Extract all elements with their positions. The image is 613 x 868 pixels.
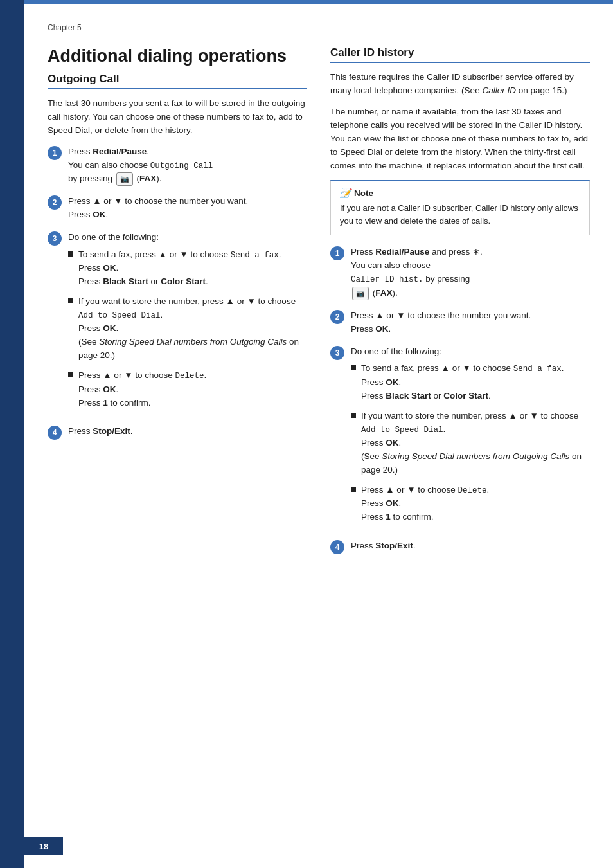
mono-text: Add to Speed Dial <box>78 311 161 320</box>
step-item: 3 Do one of the following: To send a fax… <box>330 345 590 530</box>
bullet-content: To send a fax, press ▲ or ▼ to choose Se… <box>78 248 307 289</box>
bullet-square <box>351 365 356 370</box>
step-list-left: 1 Press Redial/Pause. You can also choos… <box>48 145 307 440</box>
bullet-list: To send a fax, press ▲ or ▼ to choose Se… <box>68 248 307 410</box>
step-content-3: Do one of the following: To send a fax, … <box>68 231 307 416</box>
bullet-item: If you want to store the number, press ▲… <box>351 410 590 477</box>
step-item: 1 Press Redial/Pause and press ∗. You ca… <box>330 246 590 300</box>
step-content-2: Press ▲ or ▼ to choose the number you wa… <box>68 195 307 222</box>
note-title: 📝 Note <box>340 188 580 198</box>
bold-text: Redial/Pause <box>93 147 147 156</box>
step-content-r3: Do one of the following: To send a fax, … <box>351 345 590 530</box>
bullet-content: Press ▲ or ▼ to choose Delete. Press OK.… <box>361 484 590 524</box>
mono-text: Add to Speed Dial <box>361 426 443 435</box>
bullet-square <box>68 298 73 303</box>
step-content-1: Press Redial/Pause. You can also choose … <box>68 145 307 186</box>
section-title: Additional dialing operations <box>48 46 307 66</box>
right-section-title: Caller ID history <box>330 46 590 63</box>
mono-caller-id: Caller ID hist. <box>351 275 423 284</box>
bullet-content: To send a fax, press ▲ or ▼ to choose Se… <box>361 362 590 402</box>
step-content-4: Press Stop/Exit. <box>68 425 307 439</box>
bold-color-start: Color Start <box>161 276 206 286</box>
step-number-3: 3 <box>48 231 62 246</box>
bold-stop-exit: Stop/Exit <box>93 426 130 436</box>
bullet-square <box>351 487 356 492</box>
bold-black-start: Black Start <box>386 391 431 401</box>
left-column: Additional dialing operations Outgoing C… <box>48 46 307 563</box>
step-number-r2: 2 <box>330 310 344 324</box>
bold-ok: OK <box>103 263 116 273</box>
bullet-content: If you want to store the number, press ▲… <box>361 410 590 477</box>
mono-text: Send a fax <box>513 365 562 374</box>
subsection-title: Outgoing Call <box>48 73 307 89</box>
step-item: 3 Do one of the following: To send a fax… <box>48 231 307 416</box>
bold-stop-exit-r: Stop/Exit <box>375 541 413 550</box>
step-content-r2: Press ▲ or ▼ to choose the number you wa… <box>351 309 590 336</box>
bold-ok: OK <box>93 210 105 219</box>
mono-text: Send a fax <box>231 251 279 260</box>
fax-icon-right: 📷 <box>352 287 369 300</box>
bold-1: 1 <box>103 398 108 408</box>
bold-ok: OK <box>103 323 116 333</box>
bold-fax-r: FAX <box>375 288 392 298</box>
note-label: Note <box>354 188 373 198</box>
step-item: 4 Press Stop/Exit. <box>48 425 307 440</box>
page-number: 18 <box>24 837 63 855</box>
chapter-label: Chapter 5 <box>48 23 590 32</box>
step-item: 1 Press Redial/Pause. You can also choos… <box>48 145 307 186</box>
bullet-square <box>68 372 73 377</box>
bold-black-start: Black Start <box>103 276 148 286</box>
bullet-item: To send a fax, press ▲ or ▼ to choose Se… <box>351 362 590 402</box>
italic-text: Storing Speed Dial numbers from Outgoing… <box>382 451 569 461</box>
bullet-item: To send a fax, press ▲ or ▼ to choose Se… <box>68 248 307 289</box>
bullet-item: Press ▲ or ▼ to choose Delete. Press OK.… <box>351 484 590 524</box>
bold-ok: OK <box>103 384 116 394</box>
two-column-layout: Additional dialing operations Outgoing C… <box>48 46 590 563</box>
bullet-content: If you want to store the number, press ▲… <box>78 295 307 363</box>
fax-button-icon: 📷 <box>116 172 133 186</box>
right-intro-1: This feature requires the Caller ID subs… <box>330 71 590 98</box>
step-content-r1: Press Redial/Pause and press ∗. You can … <box>351 246 590 300</box>
step-number-r4: 4 <box>330 540 344 554</box>
bold-color-start: Color Start <box>443 391 488 401</box>
step-item: 2 Press ▲ or ▼ to choose the number you … <box>330 309 590 336</box>
bold-ok: OK <box>386 438 398 448</box>
italic-caller-id: Caller ID <box>482 86 516 95</box>
page-content: Chapter 5 Additional dialing operations … <box>24 4 613 589</box>
bullet-content: Press ▲ or ▼ to choose Delete. Press OK.… <box>78 369 307 410</box>
step-number-r3: 3 <box>330 346 344 360</box>
bullet-item: If you want to store the number, press ▲… <box>68 295 307 363</box>
mono-text: Delete <box>458 486 487 495</box>
step-item: 4 Press Stop/Exit. <box>330 539 590 554</box>
step-number-1: 1 <box>48 146 62 160</box>
step-number-2: 2 <box>48 195 62 210</box>
step-number-r1: 1 <box>330 246 344 260</box>
step-list-right: 1 Press Redial/Pause and press ∗. You ca… <box>330 246 590 554</box>
bullet-item: Press ▲ or ▼ to choose Delete. Press OK.… <box>68 369 307 410</box>
step-number-4: 4 <box>48 426 62 440</box>
bold-ok: OK <box>386 377 398 387</box>
note-icon: 📝 <box>340 188 351 198</box>
bullet-list-right: To send a fax, press ▲ or ▼ to choose Se… <box>351 362 590 524</box>
intro-paragraph: The last 30 numbers you sent a fax to wi… <box>48 97 307 138</box>
note-text: If you are not a Caller ID subscriber, C… <box>340 202 580 227</box>
step-content-r4: Press Stop/Exit. <box>351 539 590 553</box>
sidebar-strip <box>0 0 24 868</box>
bold-redial: Redial/Pause <box>375 247 429 257</box>
bold-ok: OK <box>386 498 398 508</box>
right-intro-2: The number, or name if available, from t… <box>330 105 590 173</box>
bold-fax: FAX <box>139 174 156 183</box>
bullet-square <box>351 413 356 418</box>
mono-text: Outgoing Call <box>150 161 213 170</box>
step-item: 2 Press ▲ or ▼ to choose the number you … <box>48 195 307 222</box>
right-column: Caller ID history This feature requires … <box>330 46 590 563</box>
mono-text: Delete <box>175 372 204 381</box>
bullet-square <box>68 251 73 257</box>
bold-ok-r: OK <box>375 324 388 334</box>
italic-text: Storing Speed Dial numbers from Outgoing… <box>99 337 287 347</box>
bold-1: 1 <box>386 512 391 521</box>
note-box: 📝 Note If you are not a Caller ID subscr… <box>330 180 590 235</box>
